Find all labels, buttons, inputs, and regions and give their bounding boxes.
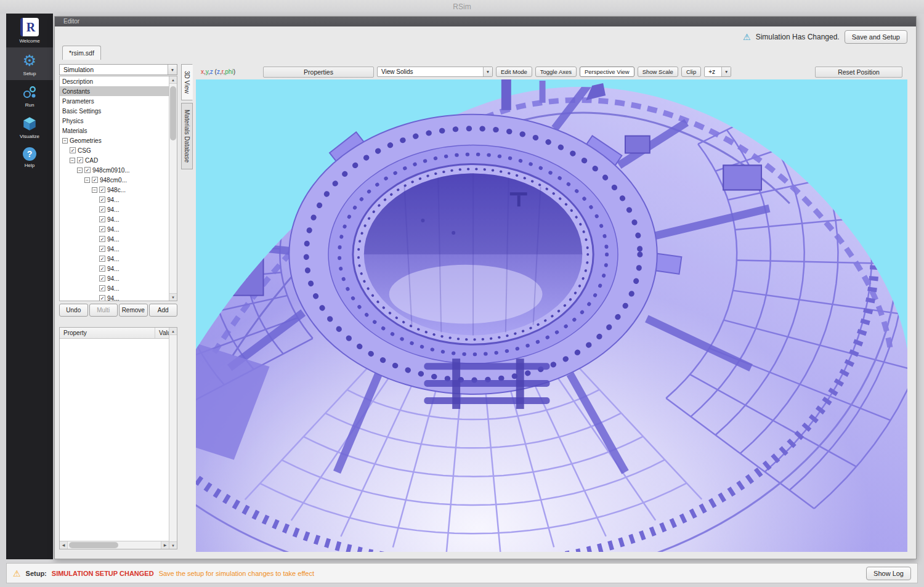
scroll-left-icon[interactable]: ◀ (60, 541, 68, 549)
sidebar-item-help[interactable]: ?Help (6, 143, 53, 172)
sidebar-item-setup[interactable]: ⚙Setup (6, 47, 53, 80)
toggle-axes-button[interactable]: Toggle Axes (535, 67, 577, 77)
editor-titlebar[interactable]: Editor (55, 17, 916, 26)
tree-item-94[interactable]: ✓94... (60, 273, 169, 283)
remove-button[interactable]: Remove (119, 304, 148, 317)
scroll-up-icon[interactable]: ▲ (169, 76, 177, 84)
clip-button[interactable]: Clip (681, 67, 701, 77)
sidebar-item-welcome[interactable]: RWelcome (6, 14, 53, 47)
tree-item-94[interactable]: ✓94... (60, 234, 169, 244)
scroll-up-icon[interactable]: ▲ (169, 328, 177, 335)
tree-item-physics[interactable]: Physics (60, 116, 169, 126)
tree-item-label: Parameters (62, 98, 94, 105)
scroll-thumb[interactable] (69, 542, 118, 548)
tree-item-94[interactable]: ✓94... (60, 244, 169, 254)
tab-3d-view[interactable]: 3D View (181, 64, 193, 100)
checkbox-icon[interactable]: ✓ (99, 206, 105, 213)
file-tab[interactable]: *rsim.sdf (62, 46, 101, 60)
tree-item-94[interactable]: ✓94... (60, 254, 169, 264)
sidebar-item-visualize[interactable]: Visualize (6, 111, 53, 143)
checkbox-icon[interactable]: ✓ (84, 167, 91, 173)
collapse-expander-icon[interactable]: − (62, 138, 68, 144)
perspective-view-button[interactable]: Perspective View (580, 67, 634, 77)
tree-item-label: Basic Settings (62, 108, 101, 115)
simulation-select[interactable]: Simulation ▼ (59, 64, 177, 75)
scroll-right-icon[interactable]: ▶ (161, 541, 169, 549)
tree-item-94[interactable]: ✓94... (60, 224, 169, 234)
dropdown-arrow-icon[interactable]: ▼ (721, 67, 731, 76)
scroll-thumb[interactable] (170, 86, 176, 140)
sidebar-item-run[interactable]: Run (6, 80, 53, 111)
scroll-down-icon[interactable]: ▼ (169, 541, 177, 549)
clip-axis-select[interactable]: +z ▼ (704, 67, 731, 77)
tree-item-description[interactable]: Description (60, 76, 169, 86)
tree-item-948cm0[interactable]: −✓948cm0... (60, 175, 169, 185)
tree-item-basic-settings[interactable]: Basic Settings (60, 106, 169, 116)
checkbox-icon[interactable]: ✓ (70, 147, 76, 153)
status-bar: ⚠ Setup: SIMULATION SETUP CHANGED Save t… (6, 563, 918, 583)
tree-item-94[interactable]: ✓94... (60, 283, 169, 293)
view-mode-select[interactable]: View Solids ▼ (377, 67, 493, 77)
run-icon (22, 84, 38, 100)
collapse-expander-icon[interactable]: − (84, 177, 90, 183)
dropdown-arrow-icon[interactable]: ▼ (168, 65, 177, 75)
tree-item-cad[interactable]: −✓CAD (60, 155, 169, 165)
checkbox-icon[interactable]: ✓ (99, 246, 105, 252)
save-and-setup-button[interactable]: Save and Setup (845, 30, 907, 44)
show-scale-button[interactable]: Show Scale (638, 67, 678, 77)
screen: RSim RWelcome⚙SetupRunVisualize?Help Edi… (0, 0, 924, 587)
collapse-expander-icon[interactable]: − (70, 158, 75, 163)
tree-item-label: Physics (62, 118, 83, 124)
tree-item-label: 94... (107, 256, 119, 262)
tree-item-94[interactable]: ✓94... (60, 204, 169, 214)
add-button[interactable]: Add (149, 304, 178, 317)
show-log-button[interactable]: Show Log (866, 567, 911, 580)
checkbox-icon[interactable]: ✓ (99, 256, 105, 262)
tree-item-94[interactable]: ✓94... (60, 293, 169, 301)
properties-button[interactable]: Properties (263, 67, 374, 78)
tree-item-label: 948cm0... (100, 177, 127, 184)
3d-viewport[interactable] (196, 79, 907, 552)
checkbox-icon[interactable]: ✓ (99, 265, 105, 272)
geometry-tree: DescriptionConstantsParametersBasic Sett… (59, 76, 177, 301)
checkbox-icon[interactable]: ✓ (99, 196, 105, 203)
property-table-header: PropertyValue (60, 328, 169, 339)
checkbox-icon[interactable]: ✓ (99, 285, 105, 291)
checkbox-icon[interactable]: ✓ (99, 236, 105, 242)
tree-item-parameters[interactable]: Parameters (60, 96, 169, 106)
tree-item-948c[interactable]: −✓948c... (60, 185, 169, 195)
tree-item-geometries[interactable]: −Geometries (60, 136, 169, 145)
edit-mode-button[interactable]: Edit Mode (496, 67, 532, 77)
tab-materials-database[interactable]: Materials Database (181, 103, 193, 169)
multi-button[interactable]: Multi (89, 304, 118, 317)
tree-item-94[interactable]: ✓94... (60, 264, 169, 273)
tree-item-constants[interactable]: Constants (60, 86, 169, 96)
property-horizontal-scrollbar[interactable]: ◀ ▶ (60, 541, 169, 549)
scroll-down-icon[interactable]: ▼ (169, 293, 177, 301)
dropdown-arrow-icon[interactable]: ▼ (483, 67, 492, 76)
property-vertical-scrollbar[interactable]: ▲ ▼ (169, 328, 177, 549)
checkbox-icon[interactable]: ✓ (92, 177, 98, 183)
tree-item-label: 94... (107, 246, 119, 253)
view-mode-value: View Solids (378, 68, 483, 75)
checkbox-icon[interactable]: ✓ (99, 275, 105, 281)
collapse-expander-icon[interactable]: − (77, 168, 83, 173)
tree-item-948cm0910[interactable]: −✓948cm0910... (60, 165, 169, 175)
reset-position-button[interactable]: Reset Position (815, 67, 902, 78)
checkbox-icon[interactable]: ✓ (99, 216, 105, 222)
checkbox-icon[interactable]: ✓ (99, 226, 105, 232)
checkbox-icon[interactable]: ✓ (77, 157, 83, 163)
sidebar-item-label: Setup (23, 71, 36, 76)
tree-item-94[interactable]: ✓94... (60, 195, 169, 204)
tree-item-csg[interactable]: ✓CSG (60, 145, 169, 155)
tree-item-materials[interactable]: Materials (60, 126, 169, 136)
tree-item-94[interactable]: ✓94... (60, 214, 169, 224)
checkbox-icon[interactable]: ✓ (99, 187, 105, 193)
tree-vertical-scrollbar[interactable]: ▲ ▼ (169, 76, 177, 301)
checkbox-icon[interactable]: ✓ (99, 295, 105, 301)
tree-item-label: Constants (62, 88, 90, 95)
undo-button[interactable]: Undo (59, 304, 88, 317)
collapse-expander-icon[interactable]: − (92, 187, 97, 193)
editor-topbar: ⚠ Simulation Has Changed. Save and Setup (55, 26, 916, 47)
property-column-value: Value (155, 328, 169, 338)
